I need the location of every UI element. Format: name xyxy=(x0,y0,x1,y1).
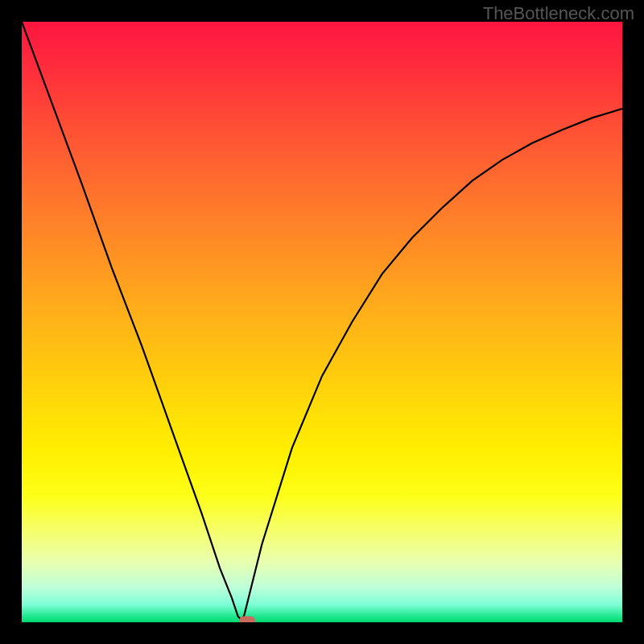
chart-area xyxy=(22,22,622,622)
curve-svg xyxy=(22,22,622,622)
optimal-point-marker xyxy=(239,616,255,622)
watermark-text: TheBottleneck.com xyxy=(483,3,634,24)
bottleneck-curve xyxy=(22,22,622,619)
